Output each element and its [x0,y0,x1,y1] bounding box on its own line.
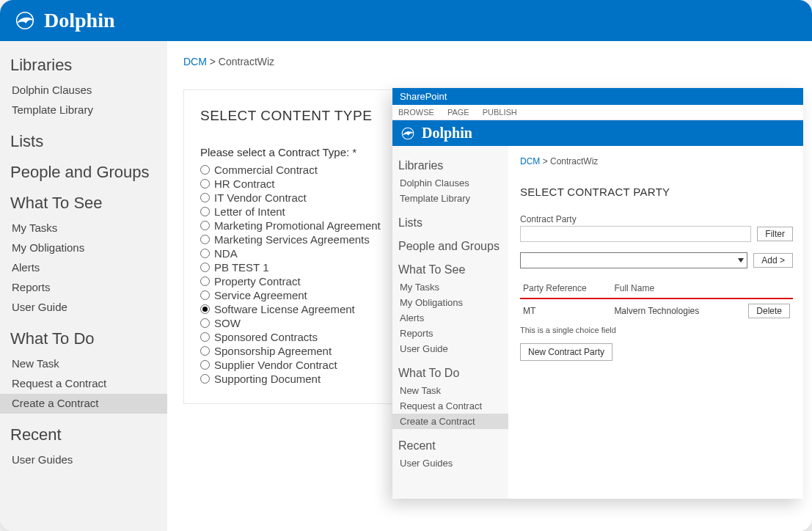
contract-type-label: Sponsored Contracts [214,331,318,343]
brand-name: Dolphin [44,9,115,32]
inset-nav-reports[interactable]: Reports [398,326,502,341]
inset-breadcrumb-root[interactable]: DCM [520,156,540,166]
ribbon-browse[interactable]: BROWSE [398,108,434,117]
inset-nav-new-task[interactable]: New Task [398,383,502,398]
inset-main: DCM > ContractWiz SELECT CONTRACT PARTY … [508,146,803,499]
nav-item-user-guide[interactable]: User Guide [10,298,160,318]
inset-nav-section-lists: Lists [398,216,502,230]
inset-nav-section-libraries: Libraries [398,159,502,172]
breadcrumb-sep: > [210,56,219,67]
inset-nav-request-contract[interactable]: Request a Contract [398,398,502,414]
add-button[interactable]: Add > [753,253,793,268]
contract-type-label: NDA [214,247,238,260]
radio-icon [200,165,210,175]
radio-icon [200,249,210,258]
single-choice-note: This is a single choice field [520,326,793,334]
nav-section-what-to-do: What To Do [10,329,160,348]
radio-icon [200,221,210,230]
radio-icon [200,290,210,300]
inset-nav-my-tasks[interactable]: My Tasks [398,279,502,295]
inset-nav-user-guides[interactable]: User Guides [398,455,502,471]
radio-icon [200,374,210,384]
nav-item-template-library[interactable]: Template Library [10,100,160,120]
nav-section-lists: Lists [10,132,160,151]
ribbon-publish[interactable]: PUBLISH [483,108,517,117]
contract-type-label: Software License Agreement [214,303,355,315]
inset-brand-name: Dolphin [422,125,472,142]
contract-type-label: SOW [214,317,241,329]
contract-type-label: Supporting Document [214,373,321,385]
nav-item-request-contract[interactable]: Request a Contract [10,374,160,394]
nav-section-people: People and Groups [10,163,160,182]
breadcrumb-current: ContractWiz [219,56,274,67]
inset-left-nav: Libraries Dolphin Clauses Template Libra… [392,146,508,499]
contract-type-label: Supplier Vendor Contract [214,359,337,371]
nav-section-what-to-see: What To See [10,194,160,213]
nav-item-reports[interactable]: Reports [10,278,160,298]
inset-panel-title: SELECT CONTRACT PARTY [520,186,793,198]
inset-breadcrumb: DCM > ContractWiz [520,156,793,166]
contract-type-label: Marketing Promotional Agreement [214,219,381,232]
radio-icon [200,235,210,244]
radio-icon [200,332,210,342]
contract-type-label: Commercial Contract [214,164,318,176]
contract-type-label: Sponsorship Agreement [214,345,332,357]
col-full-name: Full Name [611,279,731,299]
nav-item-alerts[interactable]: Alerts [10,258,160,278]
inset-nav-alerts[interactable]: Alerts [398,310,502,326]
app-frame: Dolphin Libraries Dolphin Clauses Templa… [0,0,812,531]
filter-button[interactable]: Filter [757,227,793,241]
radio-icon [200,277,210,286]
cell-full-name: Malvern Technologies [611,299,731,323]
cell-party-reference: MT [520,299,611,323]
inset-nav-template-library[interactable]: Template Library [398,191,502,206]
inset-nav-my-obligations[interactable]: My Obligations [398,295,502,310]
radio-icon [200,193,210,202]
contract-type-label: HR Contract [214,177,275,190]
nav-item-new-task[interactable]: New Task [10,354,160,374]
contract-type-label: Marketing Services Agreements [214,233,370,246]
contract-type-label: Property Contract [214,275,301,288]
sharepoint-bar: SharePoint [392,88,803,105]
nav-item-my-obligations[interactable]: My Obligations [10,238,160,258]
inset-brandbar: Dolphin [392,120,803,146]
inset-nav-create-contract[interactable]: Create a Contract [392,414,508,429]
party-table: Party Reference Full Name MT Malvern Tec… [520,279,793,323]
contract-type-label: Letter of Intent [214,205,285,218]
inset-nav-section-people: People and Groups [398,240,502,253]
contract-type-label: Service Agreement [214,289,307,301]
contract-party-label: Contract Party [520,214,793,224]
col-party-reference: Party Reference [520,279,611,299]
radio-icon [200,360,210,370]
delete-button[interactable]: Delete [748,304,790,318]
inset-breadcrumb-current: ContractWiz [550,156,598,166]
contract-party-input[interactable] [520,226,751,242]
contract-party-select[interactable] [520,252,747,268]
nav-section-recent: Recent [10,425,160,444]
contract-type-label: PB TEST 1 [214,261,268,274]
nav-item-my-tasks[interactable]: My Tasks [10,219,160,238]
ribbon-page[interactable]: PAGE [447,108,469,117]
inset-nav-section-what-to-do: What To Do [398,367,502,380]
nav-item-user-guides[interactable]: User Guides [10,450,160,470]
inset-nav-user-guide[interactable]: User Guide [398,341,502,356]
radio-icon [200,263,210,272]
brand: Dolphin [13,9,115,32]
inset-nav-section-recent: Recent [398,439,502,453]
inset-nav-section-what-to-see: What To See [398,263,502,277]
radio-icon [200,346,210,356]
contract-type-label: IT Vendor Contract [214,191,307,204]
radio-icon [200,304,210,314]
nav-item-create-contract[interactable]: Create a Contract [0,394,167,414]
table-row: MT Malvern Technologies Delete [520,299,793,323]
breadcrumb-root[interactable]: DCM [183,56,207,67]
dolphin-icon [400,127,416,140]
radio-icon [200,207,210,216]
nav-section-libraries: Libraries [10,56,160,75]
inset-nav-dolphin-clauses[interactable]: Dolphin Clauses [398,175,502,191]
radio-icon [200,179,210,188]
left-nav: Libraries Dolphin Clauses Template Libra… [0,41,167,531]
dolphin-icon [13,11,37,30]
new-contract-party-button[interactable]: New Contract Party [520,343,612,361]
nav-item-dolphin-clauses[interactable]: Dolphin Clauses [10,81,160,100]
